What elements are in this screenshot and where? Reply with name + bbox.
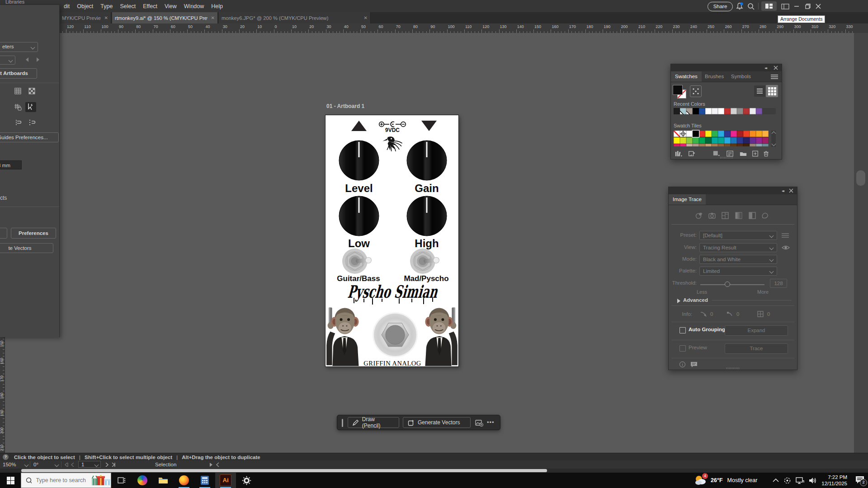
more-options-icon[interactable]: ••• — [487, 419, 495, 426]
swatch-tile[interactable] — [762, 144, 769, 146]
info-icon[interactable]: i — [679, 361, 685, 367]
swatch-tile[interactable] — [724, 137, 731, 144]
swatch-tile[interactable] — [686, 131, 693, 137]
prev-next-arrows[interactable] — [25, 57, 41, 62]
h-scroll-thumb[interactable] — [21, 469, 547, 472]
auto-grouping-checkbox[interactable] — [679, 327, 686, 333]
align-glyph-icon[interactable] — [14, 119, 22, 127]
transparency-grid-icon[interactable] — [28, 87, 36, 95]
recent-color-swatch[interactable] — [731, 108, 737, 114]
copilot-icon[interactable] — [132, 473, 153, 488]
swatch-tile[interactable] — [731, 137, 737, 144]
outline-preset-icon[interactable] — [761, 211, 769, 220]
v-scroll-thumb[interactable] — [856, 170, 865, 186]
artboard[interactable]: 9VDC Level Gain — [325, 115, 459, 367]
swatch-tile[interactable] — [686, 144, 693, 146]
swatch-tile[interactable] — [712, 137, 718, 144]
onedrive-tray-icon[interactable] — [783, 477, 791, 484]
recent-color-swatch[interactable] — [705, 108, 712, 114]
swatch-none[interactable] — [674, 131, 680, 137]
swatch-tile[interactable] — [743, 131, 750, 137]
artboard-nav-first-prev[interactable] — [65, 463, 80, 467]
recent-color-swatch[interactable] — [680, 108, 686, 114]
list-view-button[interactable] — [754, 85, 765, 97]
tab-symbols[interactable]: Symbols — [727, 71, 755, 82]
swatch-tile[interactable] — [699, 144, 705, 146]
swatch-tile[interactable] — [718, 137, 724, 144]
zoom-level-dropdown[interactable]: 150% — [3, 460, 16, 469]
black-white-preset-icon[interactable] — [748, 211, 756, 220]
menu-item-object[interactable]: Object — [73, 3, 97, 9]
reference-image-icon[interactable] — [475, 419, 483, 427]
snap-to-grid-icon[interactable] — [14, 103, 22, 111]
taskbar-clock[interactable]: 7:22 PM 12/11/2025 — [821, 474, 847, 487]
scroll-left-arrow[interactable] — [216, 462, 219, 467]
gain-knob[interactable] — [406, 140, 448, 181]
swatches-panel-header[interactable]: ◂◂ — [671, 64, 782, 71]
swatch-tile[interactable] — [674, 144, 680, 146]
panel-resize-handle[interactable] — [720, 157, 733, 159]
grid-view-button[interactable] — [766, 85, 778, 97]
preferences-button[interactable]: Preferences — [11, 228, 56, 239]
recent-color-swatch[interactable] — [674, 108, 680, 114]
horizontal-ruler[interactable]: 1201101009080706050403020100102030405060… — [0, 23, 868, 33]
preset-menu-icon[interactable] — [782, 233, 789, 238]
tab-swatches[interactable]: Swatches — [671, 71, 702, 82]
collapse-panel-icon[interactable]: ◂◂ — [782, 189, 783, 193]
triangle-up-graphic[interactable] — [351, 120, 367, 131]
tab-brushes[interactable]: Brushes — [701, 71, 728, 82]
trace-button[interactable]: Trace — [725, 343, 788, 354]
swatch-tile[interactable] — [743, 144, 750, 146]
swatch-tile[interactable] — [718, 131, 724, 137]
swatch-kinds-icon[interactable] — [713, 150, 720, 157]
threshold-slider-thumb[interactable] — [725, 282, 730, 287]
advanced-section-label[interactable]: Advanced — [683, 297, 708, 303]
view-eye-icon[interactable] — [782, 244, 790, 251]
auto-color-preset-icon[interactable] — [695, 211, 703, 220]
task-view-button[interactable] — [111, 473, 132, 488]
add-to-library-icon[interactable] — [688, 150, 695, 157]
monkey-image-right[interactable] — [420, 302, 458, 366]
generate-vectors-cut-button[interactable]: te Vectors — [0, 243, 53, 253]
swatch-tile[interactable] — [731, 144, 737, 146]
recent-color-swatch[interactable] — [724, 108, 731, 114]
units-dropdown[interactable]: eters — [0, 42, 38, 52]
pyscho-simian-logo[interactable]: Pyscho Simian — [344, 280, 442, 305]
preset-dropdown[interactable] — [0, 56, 15, 65]
swatch-tile[interactable] — [699, 131, 705, 137]
new-color-group-icon[interactable] — [740, 150, 747, 157]
high-color-preset-icon[interactable] — [708, 211, 716, 220]
close-tab-icon[interactable]: ✕ — [360, 15, 368, 20]
arrange-documents-button[interactable] — [761, 1, 777, 11]
menu-item-select[interactable]: Select — [116, 3, 139, 9]
swatch-tile[interactable] — [686, 137, 693, 144]
advanced-disclosure-icon[interactable] — [677, 299, 680, 303]
document-tab-1[interactable]: MYK/CPU Preview)✕ — [59, 12, 111, 23]
swatch-tile[interactable] — [750, 144, 756, 146]
high-knob[interactable] — [406, 195, 448, 237]
swatch-tile[interactable] — [737, 131, 743, 137]
swatch-tile[interactable] — [712, 144, 718, 146]
swatch-tile[interactable] — [693, 137, 699, 144]
menu-item-window[interactable]: Window — [180, 3, 208, 9]
menu-item-dit[interactable]: dit — [60, 3, 73, 9]
swatch-tile[interactable] — [693, 131, 699, 137]
volume-tray-icon[interactable] — [809, 477, 817, 484]
show-hidden-icons-chevron[interactable] — [773, 479, 779, 483]
monkey-image-left[interactable] — [326, 302, 363, 366]
panel-resize-handle[interactable] — [726, 367, 739, 369]
start-button[interactable] — [0, 473, 21, 488]
level-knob[interactable] — [338, 140, 380, 181]
recent-color-swatch[interactable] — [718, 108, 724, 114]
recent-color-swatch[interactable] — [686, 108, 693, 114]
swatch-tile[interactable] — [705, 144, 712, 146]
delete-swatch-icon[interactable] — [763, 150, 770, 157]
window-close-button[interactable] — [814, 2, 822, 10]
draw-pencil-button[interactable]: Draw (Pencil) — [348, 417, 399, 428]
swatch-tile[interactable] — [724, 144, 731, 146]
search-icon[interactable] — [747, 2, 755, 10]
network-tray-icon[interactable] — [796, 477, 804, 484]
window-restore-button[interactable] — [804, 2, 812, 10]
swatch-tile[interactable] — [762, 137, 769, 144]
close-panel-icon[interactable] — [789, 188, 793, 193]
